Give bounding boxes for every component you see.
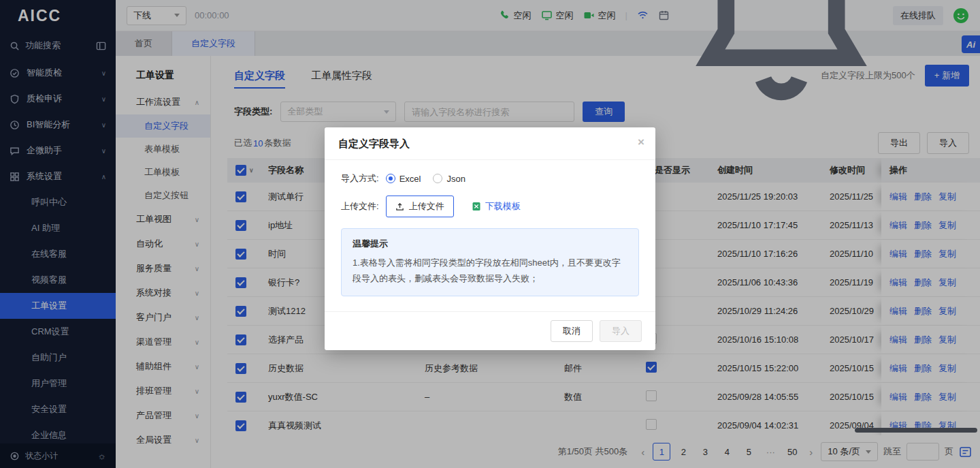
download-template-label: 下载模板 bbox=[485, 200, 521, 213]
cancel-button[interactable]: 取消 bbox=[551, 320, 593, 342]
confirm-import-button[interactable]: 导入 bbox=[600, 320, 642, 342]
dialog-body: 导入方式: Excel Json 上传文件: 上传文件 bbox=[325, 160, 655, 311]
close-icon[interactable]: × bbox=[638, 136, 644, 149]
radio-json-label: Json bbox=[446, 174, 465, 184]
tip-text: 1.表格导入需将相同字段类型的字段放在相同sheet内，且不要更改字段导入的表头… bbox=[353, 255, 627, 287]
radio-unselected-icon bbox=[433, 174, 442, 183]
app-root: AICC 功能搜索 智能质检 ∨ 质检申诉 ∨ bbox=[0, 0, 980, 468]
download-template-link[interactable]: 下载模板 bbox=[472, 200, 521, 213]
import-dialog: 自定义字段导入 × 导入方式: Excel Json 上传文件: bbox=[325, 127, 655, 350]
dialog-header: 自定义字段导入 × bbox=[325, 127, 655, 160]
import-mode-label: 导入方式: bbox=[341, 172, 379, 185]
import-mode-row: 导入方式: Excel Json bbox=[341, 172, 639, 185]
radio-json[interactable]: Json bbox=[433, 174, 465, 184]
upload-row: 上传文件: 上传文件 下载模板 bbox=[341, 196, 639, 217]
tip-box: 温馨提示 1.表格导入需将相同字段类型的字段放在相同sheet内，且不要更改字段… bbox=[341, 228, 639, 296]
tip-title: 温馨提示 bbox=[353, 238, 627, 250]
upload-file-button-label: 上传文件 bbox=[409, 200, 444, 213]
import-mode-options: Excel Json bbox=[386, 174, 466, 184]
upload-file-label: 上传文件: bbox=[341, 200, 379, 213]
radio-selected-icon bbox=[386, 174, 395, 183]
dialog-title: 自定义字段导入 bbox=[338, 138, 410, 149]
radio-excel[interactable]: Excel bbox=[386, 174, 421, 184]
upload-file-button[interactable]: 上传文件 bbox=[386, 196, 454, 217]
radio-excel-label: Excel bbox=[399, 174, 421, 184]
template-file-icon bbox=[472, 202, 481, 211]
upload-icon bbox=[395, 202, 404, 211]
dialog-footer: 取消 导入 bbox=[325, 311, 655, 350]
